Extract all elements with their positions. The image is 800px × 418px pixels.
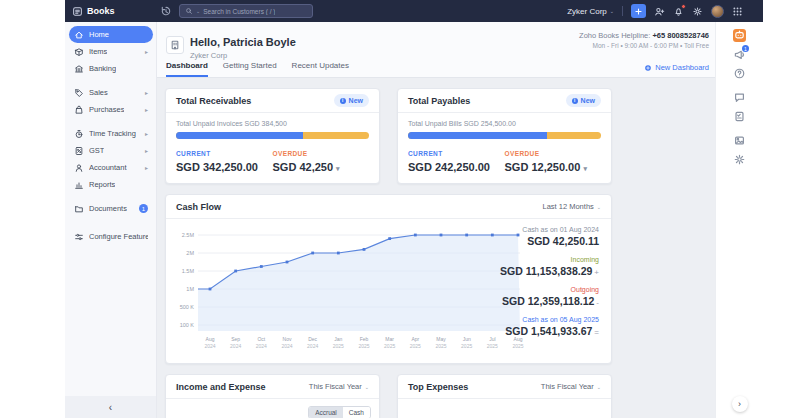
right-utility-rail: 1 › [715,22,763,418]
stat-operator: = [594,328,599,337]
collapse-chevron-icon: ‹ [109,402,112,413]
tab-recent-updates[interactable]: Recent Updates [292,61,349,77]
sidebar-item-time-tracking[interactable]: Time Tracking▸ [69,125,153,142]
cashflow-title: Cash Flow [176,202,221,212]
sidebar-item-configure-features-list[interactable]: Configure Features list [69,228,153,245]
topbar-right-cluster: Zyker Corp ⌄ [567,0,743,22]
product-name: Books [87,6,115,16]
svg-text:1.5M: 1.5M [182,268,195,274]
expand-arrow-icon: ▸ [145,89,148,96]
banking-icon [74,64,84,74]
settings-rail-icon[interactable] [733,153,746,166]
svg-text:2025: 2025 [435,343,446,349]
period-label: Last 12 Months [543,202,594,211]
stat-operator: + [594,268,599,277]
overdue-caret-icon: ▾ [336,165,340,172]
scroll-next-button[interactable]: › [732,396,748,412]
search-icon [185,7,193,15]
top-expenses-period-select[interactable]: This Fiscal Year ⌄ [541,382,601,391]
sidebar-item-label: Reports [89,180,115,189]
org-switcher[interactable]: Zyker Corp ⌄ [567,7,614,16]
tab-dashboard[interactable]: Dashboard [166,61,208,77]
search-placeholder: Search in Customers ( / ) [203,8,275,15]
home-icon [74,30,84,40]
svg-text:May: May [436,336,446,342]
zia-assistant-icon[interactable] [733,29,746,42]
sidebar-item-accountant[interactable]: Accountant▸ [69,159,153,176]
payables-overdue-value[interactable]: SGD 12,250.00 ▾ [505,161,602,173]
apps-grid-icon[interactable] [732,6,743,17]
sidebar-item-banking[interactable]: Banking [69,60,153,77]
sidebar-item-gst[interactable]: GST▸ [69,142,153,159]
search-scope-caret-icon: ⌄ [196,9,200,14]
sidebar-item-purchases[interactable]: Purchases▸ [69,101,153,118]
announcements-icon[interactable]: 1 [733,48,746,61]
period-caret-icon: ⌄ [597,384,601,390]
tasks-icon[interactable] [733,110,746,123]
stat-value: SGD 12,359,118.12- [459,295,599,307]
toggle-cash[interactable]: Cash [343,407,370,418]
sidebar-item-reports[interactable]: Reports [69,176,153,193]
stat-cash-as-on-05-aug-2025: Cash as on 05 Aug 2025SGD 1,541,933.67= [459,316,599,337]
svg-text:Nov: Nov [283,336,292,342]
sidebar-item-label: Configure Features list [89,232,148,241]
sidebar-item-label: Time Tracking [89,129,136,138]
sidebar-item-documents[interactable]: Documents1 [69,200,153,217]
payables-new-badge: i New [566,94,601,107]
avatar-icon[interactable] [711,5,724,18]
tab-getting-started[interactable]: Getting Started [223,61,277,77]
svg-text:100 K: 100 K [180,322,195,328]
svg-text:2M: 2M [186,250,194,256]
income-expense-title: Income and Expense [176,382,266,392]
receivables-overdue-value[interactable]: SGD 42,250 ▾ [273,161,370,173]
income-and-expense-card: Income and Expense This Fiscal Year ⌄ Ac… [165,374,380,418]
period-caret-icon: ⌄ [365,384,369,390]
svg-text:Mar: Mar [385,336,394,342]
org-name: Zyker Corp [567,7,607,16]
new-dashboard-link[interactable]: New Dashboard [644,63,709,72]
org-caret-icon: ⌄ [610,8,614,14]
recent-history-icon[interactable] [160,5,172,17]
sidebar-item-label: Purchases [89,105,124,114]
accountant-icon [74,163,84,173]
expand-arrow-icon: ▸ [145,147,148,154]
helpline-label: Zoho Books Helpline: [579,31,650,40]
new-badge-label: New [581,97,595,104]
svg-text:2024: 2024 [204,343,215,349]
accrual-cash-toggle: AccrualCash [308,406,371,418]
svg-text:2025: 2025 [358,343,369,349]
stat-cash-as-on-01-aug-2024: Cash as on 01 Aug 2024SGD 42,250.11 [459,226,599,247]
gallery-icon[interactable] [733,134,746,147]
sidebar-collapse-button[interactable]: ‹ [65,396,156,418]
circled-plus-icon [644,64,652,72]
sidebar-item-home[interactable]: Home [69,26,153,43]
notifications-icon[interactable] [673,6,684,17]
help-icon[interactable] [733,67,746,80]
books-logo[interactable]: Books [72,0,115,22]
topbar-divider [622,6,623,16]
toggle-accrual[interactable]: Accrual [309,407,343,418]
sales-icon [74,88,84,98]
income-expense-period-select[interactable]: This Fiscal Year ⌄ [309,382,369,391]
svg-text:Aug: Aug [206,336,215,342]
total-receivables-card: Total Receivables i New Total Unpaid Inv… [165,88,380,184]
global-search-input[interactable]: ⌄ Search in Customers ( / ) [179,4,313,18]
sidebar-item-label: Documents [89,204,127,213]
settings-icon[interactable] [692,6,703,17]
cashflow-period-select[interactable]: Last 12 Months ⌄ [543,202,601,211]
chat-icon[interactable] [733,91,746,104]
add-new-icon[interactable] [631,4,646,18]
stat-label: Cash as on 01 Aug 2024 [459,226,599,233]
svg-text:500 K: 500 K [180,304,195,310]
invite-user-icon[interactable] [654,6,665,17]
sidebar-item-items[interactable]: Items▸ [69,43,153,60]
expand-arrow-icon: ▸ [145,48,148,55]
svg-text:2024: 2024 [230,343,241,349]
greeting-text: Hello, Patricia Boyle [190,36,296,48]
payables-overdue-label: OVERDUE [505,150,602,157]
top-expenses-title: Top Expenses [408,382,468,392]
top-expenses-card: Top Expenses This Fiscal Year ⌄ [397,374,612,418]
sidebar-item-sales[interactable]: Sales▸ [69,84,153,101]
info-dot-icon: i [572,98,578,104]
greeting-org: Zyker Corp [190,51,227,60]
